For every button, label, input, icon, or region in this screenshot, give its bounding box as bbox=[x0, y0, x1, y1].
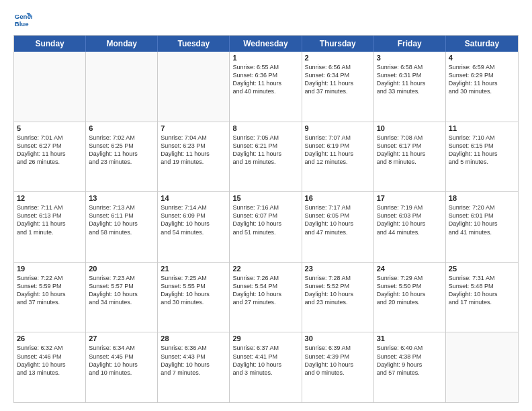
cell-info: Sunrise: 7:11 AM Sunset: 6:13 PM Dayligh… bbox=[17, 203, 83, 236]
calendar-cell-15: 15Sunrise: 7:16 AM Sunset: 6:07 PM Dayli… bbox=[230, 192, 302, 262]
header-day-thursday: Thursday bbox=[302, 36, 374, 52]
calendar-cell-7: 7Sunrise: 7:04 AM Sunset: 6:23 PM Daylig… bbox=[158, 122, 230, 192]
day-number: 26 bbox=[17, 334, 83, 342]
calendar-header: SundayMondayTuesdayWednesdayThursdayFrid… bbox=[14, 36, 518, 52]
cell-info: Sunrise: 7:02 AM Sunset: 6:25 PM Dayligh… bbox=[89, 134, 154, 167]
calendar-cell-9: 9Sunrise: 7:07 AM Sunset: 6:19 PM Daylig… bbox=[302, 122, 374, 192]
calendar-cell-5: 5Sunrise: 7:01 AM Sunset: 6:27 PM Daylig… bbox=[14, 122, 86, 192]
calendar: SundayMondayTuesdayWednesdayThursdayFrid… bbox=[13, 35, 519, 403]
calendar-row-1: 1Sunrise: 6:55 AM Sunset: 6:36 PM Daylig… bbox=[14, 52, 518, 122]
calendar-cell-1: 1Sunrise: 6:55 AM Sunset: 6:36 PM Daylig… bbox=[230, 52, 302, 122]
logo: General Blue bbox=[13, 11, 34, 30]
cell-info: Sunrise: 7:25 AM Sunset: 5:55 PM Dayligh… bbox=[161, 274, 226, 307]
day-number: 8 bbox=[232, 124, 298, 132]
calendar-cell-18: 18Sunrise: 7:20 AM Sunset: 6:01 PM Dayli… bbox=[446, 192, 518, 262]
cell-info: Sunrise: 7:29 AM Sunset: 5:50 PM Dayligh… bbox=[377, 274, 443, 307]
day-number: 31 bbox=[377, 334, 443, 342]
calendar-cell-27: 27Sunrise: 6:34 AM Sunset: 4:45 PM Dayli… bbox=[86, 332, 158, 402]
calendar-row-5: 26Sunrise: 6:32 AM Sunset: 4:46 PM Dayli… bbox=[14, 332, 518, 402]
day-number: 30 bbox=[305, 334, 371, 342]
day-number: 11 bbox=[449, 124, 515, 132]
day-number: 3 bbox=[377, 54, 443, 62]
day-number: 1 bbox=[232, 54, 298, 62]
calendar-row-3: 12Sunrise: 7:11 AM Sunset: 6:13 PM Dayli… bbox=[14, 191, 518, 262]
calendar-cell-20: 20Sunrise: 7:23 AM Sunset: 5:57 PM Dayli… bbox=[86, 263, 158, 332]
cell-info: Sunrise: 6:34 AM Sunset: 4:45 PM Dayligh… bbox=[89, 344, 154, 377]
header: General Blue bbox=[13, 11, 519, 30]
cell-info: Sunrise: 6:39 AM Sunset: 4:39 PM Dayligh… bbox=[305, 344, 371, 377]
cell-info: Sunrise: 6:40 AM Sunset: 4:38 PM Dayligh… bbox=[377, 344, 443, 377]
day-number: 22 bbox=[232, 265, 298, 273]
cell-info: Sunrise: 6:58 AM Sunset: 6:31 PM Dayligh… bbox=[377, 63, 443, 96]
cell-info: Sunrise: 6:32 AM Sunset: 4:46 PM Dayligh… bbox=[17, 344, 83, 377]
calendar-cell-14: 14Sunrise: 7:14 AM Sunset: 6:09 PM Dayli… bbox=[158, 192, 230, 262]
cell-info: Sunrise: 6:59 AM Sunset: 6:29 PM Dayligh… bbox=[449, 63, 515, 96]
day-number: 23 bbox=[305, 265, 371, 273]
day-number: 10 bbox=[377, 124, 443, 132]
day-number: 14 bbox=[161, 194, 226, 202]
calendar-cell-empty bbox=[86, 52, 158, 122]
page: General Blue SundayMondayTuesdayWednesda… bbox=[0, 0, 532, 411]
logo-icon: General Blue bbox=[13, 11, 32, 30]
day-number: 2 bbox=[305, 54, 371, 62]
cell-info: Sunrise: 7:13 AM Sunset: 6:11 PM Dayligh… bbox=[89, 203, 154, 236]
day-number: 13 bbox=[89, 194, 154, 202]
cell-info: Sunrise: 7:01 AM Sunset: 6:27 PM Dayligh… bbox=[17, 134, 83, 167]
calendar-cell-12: 12Sunrise: 7:11 AM Sunset: 6:13 PM Dayli… bbox=[14, 192, 86, 262]
cell-info: Sunrise: 7:23 AM Sunset: 5:57 PM Dayligh… bbox=[89, 274, 154, 307]
day-number: 21 bbox=[161, 265, 226, 273]
calendar-cell-19: 19Sunrise: 7:22 AM Sunset: 5:59 PM Dayli… bbox=[14, 263, 86, 332]
calendar-cell-4: 4Sunrise: 6:59 AM Sunset: 6:29 PM Daylig… bbox=[446, 52, 518, 122]
calendar-cell-23: 23Sunrise: 7:28 AM Sunset: 5:52 PM Dayli… bbox=[302, 263, 374, 332]
cell-info: Sunrise: 7:04 AM Sunset: 6:23 PM Dayligh… bbox=[161, 134, 226, 167]
day-number: 29 bbox=[232, 334, 298, 342]
day-number: 27 bbox=[89, 334, 154, 342]
day-number: 19 bbox=[17, 265, 83, 273]
day-number: 17 bbox=[377, 194, 443, 202]
calendar-cell-13: 13Sunrise: 7:13 AM Sunset: 6:11 PM Dayli… bbox=[86, 192, 158, 262]
day-number: 24 bbox=[377, 265, 443, 273]
cell-info: Sunrise: 7:28 AM Sunset: 5:52 PM Dayligh… bbox=[305, 274, 371, 307]
cell-info: Sunrise: 7:22 AM Sunset: 5:59 PM Dayligh… bbox=[17, 274, 83, 307]
header-day-friday: Friday bbox=[374, 36, 446, 52]
cell-info: Sunrise: 6:56 AM Sunset: 6:34 PM Dayligh… bbox=[305, 63, 371, 96]
cell-info: Sunrise: 7:19 AM Sunset: 6:03 PM Dayligh… bbox=[377, 203, 443, 236]
calendar-cell-empty bbox=[14, 52, 86, 122]
calendar-cell-31: 31Sunrise: 6:40 AM Sunset: 4:38 PM Dayli… bbox=[374, 332, 446, 402]
calendar-row-4: 19Sunrise: 7:22 AM Sunset: 5:59 PM Dayli… bbox=[14, 262, 518, 332]
day-number: 9 bbox=[305, 124, 371, 132]
day-number: 12 bbox=[17, 194, 83, 202]
cell-info: Sunrise: 7:17 AM Sunset: 6:05 PM Dayligh… bbox=[305, 203, 371, 236]
calendar-cell-16: 16Sunrise: 7:17 AM Sunset: 6:05 PM Dayli… bbox=[302, 192, 374, 262]
calendar-cell-22: 22Sunrise: 7:26 AM Sunset: 5:54 PM Dayli… bbox=[230, 263, 302, 332]
calendar-cell-25: 25Sunrise: 7:31 AM Sunset: 5:48 PM Dayli… bbox=[446, 263, 518, 332]
header-day-sunday: Sunday bbox=[14, 36, 86, 52]
cell-info: Sunrise: 6:36 AM Sunset: 4:43 PM Dayligh… bbox=[161, 344, 226, 377]
calendar-cell-24: 24Sunrise: 7:29 AM Sunset: 5:50 PM Dayli… bbox=[374, 263, 446, 332]
day-number: 28 bbox=[161, 334, 226, 342]
calendar-cell-empty bbox=[158, 52, 230, 122]
cell-info: Sunrise: 7:26 AM Sunset: 5:54 PM Dayligh… bbox=[232, 274, 298, 307]
calendar-cell-30: 30Sunrise: 6:39 AM Sunset: 4:39 PM Dayli… bbox=[302, 332, 374, 402]
day-number: 15 bbox=[232, 194, 298, 202]
cell-info: Sunrise: 7:16 AM Sunset: 6:07 PM Dayligh… bbox=[232, 203, 298, 236]
calendar-cell-3: 3Sunrise: 6:58 AM Sunset: 6:31 PM Daylig… bbox=[374, 52, 446, 122]
svg-text:Blue: Blue bbox=[15, 20, 29, 28]
cell-info: Sunrise: 6:37 AM Sunset: 4:41 PM Dayligh… bbox=[232, 344, 298, 377]
calendar-cell-empty bbox=[446, 332, 518, 402]
day-number: 6 bbox=[89, 124, 154, 132]
day-number: 20 bbox=[89, 265, 154, 273]
day-number: 18 bbox=[449, 194, 515, 202]
cell-info: Sunrise: 6:55 AM Sunset: 6:36 PM Dayligh… bbox=[232, 63, 298, 96]
calendar-cell-21: 21Sunrise: 7:25 AM Sunset: 5:55 PM Dayli… bbox=[158, 263, 230, 332]
header-day-wednesday: Wednesday bbox=[230, 36, 302, 52]
header-day-tuesday: Tuesday bbox=[158, 36, 230, 52]
calendar-body: 1Sunrise: 6:55 AM Sunset: 6:36 PM Daylig… bbox=[14, 52, 518, 402]
cell-info: Sunrise: 7:10 AM Sunset: 6:15 PM Dayligh… bbox=[449, 134, 515, 167]
calendar-cell-29: 29Sunrise: 6:37 AM Sunset: 4:41 PM Dayli… bbox=[230, 332, 302, 402]
day-number: 25 bbox=[449, 265, 515, 273]
day-number: 7 bbox=[161, 124, 226, 132]
cell-info: Sunrise: 7:05 AM Sunset: 6:21 PM Dayligh… bbox=[232, 134, 298, 167]
day-number: 16 bbox=[305, 194, 371, 202]
cell-info: Sunrise: 7:20 AM Sunset: 6:01 PM Dayligh… bbox=[449, 203, 515, 236]
